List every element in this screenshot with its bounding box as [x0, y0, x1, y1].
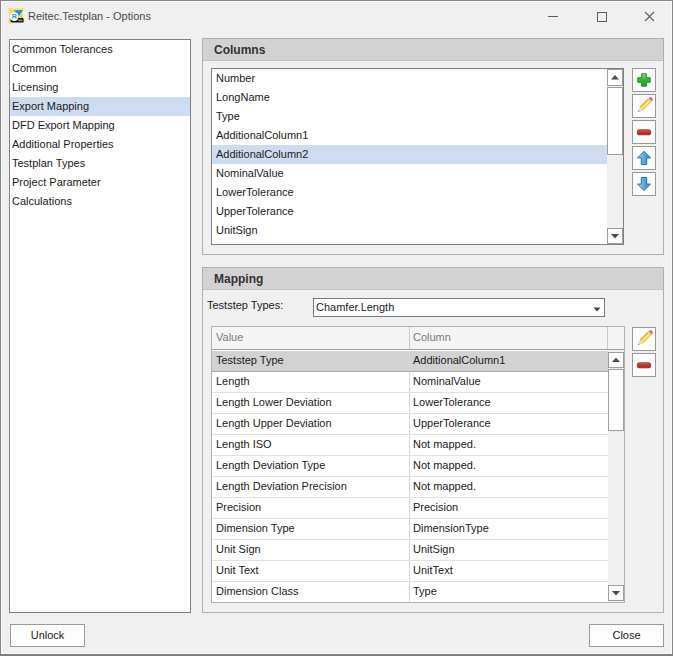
svg-text:R: R — [12, 13, 17, 20]
